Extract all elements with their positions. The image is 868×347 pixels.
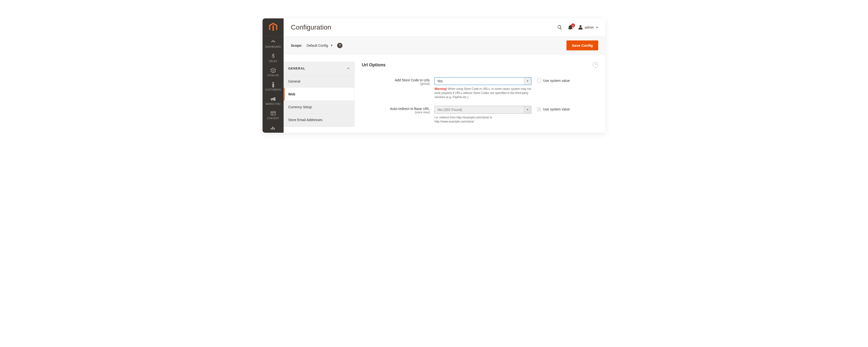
use-system-value-label: Use system value (543, 79, 569, 83)
app-window: DASHBOARD SALES CATALOG CUSTOMERS (262, 19, 606, 133)
settings-panel: Url Options ⌃ Add Store Code to Urls [gl… (362, 62, 598, 133)
save-config-button[interactable]: Save Config (566, 40, 598, 51)
config-body: GENERAL General Web Currency Setup Store… (284, 55, 606, 133)
search-button[interactable] (557, 25, 562, 30)
scope-help[interactable]: ? (337, 43, 342, 48)
config-nav-group-general: GENERAL General Web Currency Setup Store… (284, 62, 354, 126)
select-trigger[interactable]: ▼ (524, 77, 531, 85)
sidebar-item-label: DASHBOARD (265, 45, 281, 48)
sidebar-item-content[interactable]: CONTENT (262, 108, 284, 122)
scope-label: Scope: (291, 43, 302, 48)
config-nav-item-store-email-addresses[interactable]: Store Email Addresses (284, 113, 354, 126)
sidebar-item-marketing[interactable]: MARKETING (262, 93, 284, 108)
person-icon (272, 82, 275, 87)
sidebar-item-label: MARKETING (266, 103, 280, 105)
sidebar-item-reports[interactable] (262, 122, 284, 130)
field-label: Add Store Code to Urls (362, 78, 430, 82)
logo[interactable] (262, 19, 284, 36)
chevron-up-icon: ⌃ (595, 63, 597, 67)
field-note: I.e. redirect from http://example.com/st… (434, 116, 531, 124)
topbar: Configuration 1 admin ▼ (284, 19, 606, 36)
top-actions: 1 admin ▼ (557, 25, 598, 30)
main-sidebar: DASHBOARD SALES CATALOG CUSTOMERS (262, 19, 284, 133)
scope-select[interactable]: Default Config ▼ (307, 43, 333, 48)
field-scope: [global] (362, 82, 430, 86)
config-nav-group-label: GENERAL (288, 67, 305, 70)
notification-badge: 1 (571, 24, 575, 27)
sidebar-item-dashboard[interactable]: DASHBOARD (262, 36, 284, 51)
caret-down-icon: ▼ (596, 26, 598, 29)
bar-chart-icon (271, 125, 276, 130)
field-label: Auto-redirect to Base URL (362, 107, 430, 111)
notifications-button[interactable]: 1 (568, 25, 572, 30)
scope-bar: Scope: Default Config ▼ ? Save Config (284, 36, 606, 55)
scope-value: Default Config (307, 43, 328, 48)
config-nav-item-general[interactable]: General (284, 75, 354, 88)
caret-down-icon: ▼ (330, 44, 333, 47)
layout-icon (271, 111, 276, 116)
field-auto-redirect: Auto-redirect to Base URL [store view] Y… (362, 106, 598, 124)
sidebar-item-sales[interactable]: SALES (262, 51, 284, 65)
sidebar-item-label: CONTENT (267, 117, 279, 120)
use-system-value-checkbox[interactable] (537, 79, 541, 83)
box-icon (271, 68, 276, 73)
warning-label: Warning! (434, 87, 447, 91)
section-header[interactable]: Url Options ⌃ (362, 62, 598, 70)
magento-logo-icon (269, 23, 277, 32)
field-note: Warning! When using Store Code in URLs, … (434, 87, 531, 99)
chevron-up-icon (347, 66, 350, 70)
sidebar-item-label: CUSTOMERS (265, 88, 281, 91)
sidebar-item-label: CATALOG (267, 74, 279, 77)
user-icon (578, 25, 583, 30)
user-name: admin (585, 25, 594, 29)
config-nav: GENERAL General Web Currency Setup Store… (284, 62, 354, 127)
section-collapse-toggle[interactable]: ⌃ (593, 62, 598, 68)
select-trigger: ▼ (524, 106, 531, 113)
triangle-down-icon: ▼ (527, 80, 529, 82)
config-nav-item-currency-setup[interactable]: Currency Setup (284, 100, 354, 113)
section-title: Url Options (362, 62, 385, 68)
page-title: Configuration (291, 24, 557, 31)
dollar-icon (271, 54, 275, 59)
search-icon (557, 25, 562, 30)
sidebar-item-catalog[interactable]: CATALOG (262, 65, 284, 79)
sidebar-item-customers[interactable]: CUSTOMERS (262, 79, 284, 93)
dashboard-icon (271, 39, 276, 44)
triangle-down-icon: ▼ (527, 108, 529, 111)
config-nav-group-header[interactable]: GENERAL (284, 62, 354, 75)
main-panel: Configuration 1 admin ▼ (284, 19, 606, 133)
user-menu[interactable]: admin ▼ (578, 25, 598, 30)
sidebar-item-label: SALES (269, 60, 277, 62)
select-value: Yes (435, 79, 524, 83)
megaphone-icon (271, 96, 276, 102)
add-store-code-select[interactable]: Yes ▼ (434, 77, 531, 85)
field-scope: [store view] (362, 111, 430, 114)
auto-redirect-select: Yes (302 Found) ▼ (434, 106, 531, 114)
config-nav-item-web[interactable]: Web (284, 88, 354, 100)
select-value: Yes (302 Found) (435, 108, 524, 112)
field-add-store-code: Add Store Code to Urls [global] Yes ▼ Wa… (362, 77, 598, 99)
use-system-value-label: Use system value (543, 107, 569, 111)
use-system-value-checkbox[interactable] (537, 107, 541, 111)
